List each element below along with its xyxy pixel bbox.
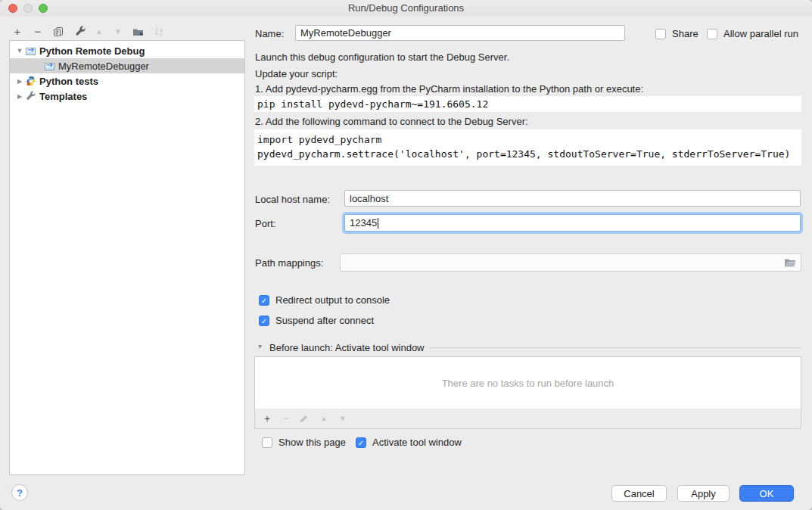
- before-launch-title: Before launch: Activate tool window: [269, 342, 425, 353]
- name-label: Name:: [255, 28, 284, 39]
- port-value: 12345: [350, 217, 377, 229]
- redirect-output-label: Redirect output to console: [275, 294, 390, 306]
- show-this-page-label: Show this page: [278, 437, 346, 448]
- minus-icon: −: [35, 25, 42, 38]
- templates-wrench-icon: [24, 91, 37, 101]
- tasks-toolbar: + − ▲ ▼: [254, 409, 801, 429]
- path-mappings-input[interactable]: [340, 253, 801, 272]
- svg-text:z: z: [160, 32, 162, 37]
- plus-icon: +: [14, 25, 21, 38]
- remove-task-button: −: [280, 412, 292, 424]
- activate-tool-window-row[interactable]: ✓ Activate tool window: [356, 437, 462, 448]
- help-button[interactable]: ?: [11, 484, 28, 501]
- tree-item-templates[interactable]: ▶ Templates: [10, 89, 244, 104]
- create-folder-button[interactable]: [132, 25, 145, 38]
- run-config-icon: [43, 61, 56, 71]
- share-label: Share: [672, 28, 698, 39]
- local-host-label: Local host name:: [255, 194, 330, 205]
- settrace-code: import pydevd_pycharm pydevd_pycharm.set…: [254, 129, 801, 166]
- add-configuration-button[interactable]: +: [11, 25, 24, 38]
- sort-az-icon: a z: [154, 26, 164, 37]
- wrench-icon: [75, 26, 86, 37]
- triangle-down-icon: ▼: [114, 27, 122, 36]
- copy-configuration-button[interactable]: [51, 25, 65, 38]
- copy-icon: [53, 26, 64, 37]
- suspend-after-connect-checkbox[interactable]: ✓: [259, 316, 269, 326]
- port-label: Port:: [255, 218, 275, 229]
- run-config-icon: [24, 45, 37, 56]
- chevron-right-icon[interactable]: ▶: [15, 93, 24, 100]
- show-this-page-checkbox[interactable]: [262, 437, 272, 448]
- path-mappings-label: Path mappings:: [255, 257, 323, 269]
- intro-text: Launch this debug configuration to start…: [255, 51, 509, 63]
- chevron-right-icon[interactable]: ▶: [15, 78, 24, 85]
- activate-tool-window-checkbox[interactable]: ✓: [356, 437, 366, 448]
- redirect-output-row[interactable]: ✓ Redirect output to console: [259, 294, 390, 306]
- move-task-down-button: ▼: [337, 415, 349, 422]
- suspend-after-connect-label: Suspend after connect: [275, 315, 374, 326]
- ok-button[interactable]: OK: [739, 485, 794, 502]
- edit-defaults-button[interactable]: [73, 25, 87, 38]
- collapse-arrow-icon[interactable]: ▾: [258, 342, 262, 350]
- remove-configuration-button[interactable]: −: [31, 25, 45, 38]
- share-checkbox[interactable]: [655, 29, 666, 39]
- name-input[interactable]: [295, 25, 625, 41]
- edit-task-button: [299, 414, 311, 424]
- port-input[interactable]: 12345: [344, 214, 801, 232]
- allow-parallel-checkbox-row[interactable]: Allow parallel run: [707, 28, 798, 39]
- allow-parallel-run-label: Allow parallel run: [723, 28, 798, 39]
- move-task-up-button: ▲: [318, 415, 330, 422]
- tree-item-python-tests[interactable]: ▶ Python tests: [10, 73, 244, 89]
- configurations-tree: ▼ Python Remote Debug MyRe: [9, 40, 245, 475]
- settrace-code-line1: import pydevd_pycharm: [257, 132, 798, 147]
- step1-text: 1. Add pydevd-pycharm.egg from the PyCha…: [255, 83, 643, 95]
- chevron-down-icon[interactable]: ▼: [15, 47, 24, 54]
- update-script-text: Update your script:: [255, 68, 338, 79]
- tree-item-label: MyRemoteDebugger: [58, 61, 149, 72]
- cancel-button[interactable]: Cancel: [611, 485, 667, 502]
- python-tests-icon: [24, 76, 37, 86]
- local-host-input[interactable]: [344, 190, 801, 207]
- pencil-icon: [299, 414, 309, 424]
- triangle-up-icon: ▲: [95, 27, 103, 36]
- activate-tool-window-label: Activate tool window: [372, 437, 462, 448]
- add-task-button[interactable]: +: [261, 412, 273, 424]
- allow-parallel-run-checkbox[interactable]: [707, 29, 717, 39]
- pip-install-code: pip install pydevd-pycharm~=191.6605.12: [254, 96, 801, 112]
- step2-text: 2. Add the following command to connect …: [255, 116, 528, 127]
- show-this-page-row[interactable]: Show this page: [262, 437, 346, 448]
- before-launch-task-list[interactable]: There are no tasks to run before launch: [254, 356, 801, 409]
- browse-folder-icon[interactable]: [784, 258, 796, 268]
- empty-tasks-message: There are no tasks to run before launch: [442, 378, 614, 389]
- section-divider: [430, 347, 801, 348]
- move-up-button: ▲: [92, 25, 106, 38]
- run-debug-configurations-dialog: Run/Debug Configurations + − ▲ ▼ a z: [0, 0, 812, 510]
- redirect-output-checkbox[interactable]: ✓: [259, 295, 269, 306]
- window-title: Run/Debug Configurations: [0, 2, 812, 14]
- share-checkbox-row[interactable]: Share: [655, 28, 698, 39]
- tree-item-myremotedebugger[interactable]: MyRemoteDebugger: [10, 58, 244, 73]
- tree-item-label: Python tests: [39, 76, 98, 87]
- help-icon: ?: [17, 487, 23, 499]
- titlebar: Run/Debug Configurations: [0, 0, 812, 17]
- apply-button[interactable]: Apply: [677, 485, 730, 502]
- settrace-code-line2: pydevd_pycharm.settrace('localhost', por…: [257, 147, 798, 161]
- tree-item-label: Python Remote Debug: [39, 45, 145, 57]
- move-down-button: ▼: [111, 25, 125, 38]
- text-caret: [378, 218, 378, 229]
- tree-item-label: Templates: [39, 91, 87, 102]
- suspend-after-connect-row[interactable]: ✓ Suspend after connect: [259, 315, 374, 326]
- folder-add-icon: [132, 26, 145, 37]
- tree-item-python-remote-debug[interactable]: ▼ Python Remote Debug: [10, 43, 244, 58]
- sort-configurations-button: a z: [152, 25, 166, 38]
